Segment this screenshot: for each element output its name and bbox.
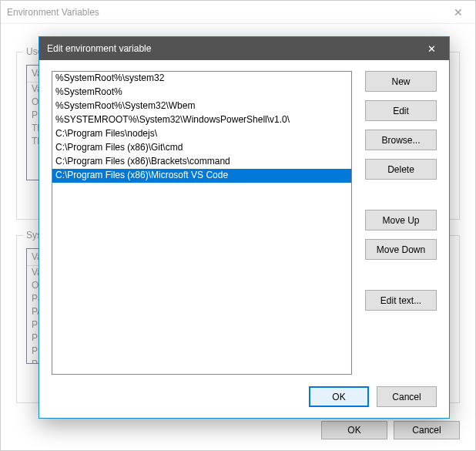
close-icon[interactable]: ✕ bbox=[441, 1, 475, 24]
path-item[interactable]: C:\Program Files (x86)\Microsoft VS Code bbox=[52, 169, 351, 183]
path-listbox[interactable]: %SystemRoot%\system32%SystemRoot%%System… bbox=[52, 71, 352, 375]
env-vars-dialog-buttons: OK Cancel bbox=[321, 421, 460, 439]
edit-env-var-title: Edit environment variable bbox=[47, 43, 414, 54]
path-item[interactable]: %SYSTEMROOT%\System32\WindowsPowerShell\… bbox=[52, 113, 351, 127]
move-down-button[interactable]: Move Down bbox=[365, 239, 437, 260]
side-buttons: New Edit Browse... Delete Move Up Move D… bbox=[365, 71, 437, 319]
env-vars-title: Environment Variables bbox=[7, 7, 441, 18]
env-vars-titlebar: Environment Variables ✕ bbox=[1, 1, 475, 24]
edit-env-var-actions: OK Cancel bbox=[309, 386, 437, 407]
delete-button[interactable]: Delete bbox=[365, 159, 437, 180]
edit-env-var-body: %SystemRoot%\system32%SystemRoot%%System… bbox=[39, 60, 449, 418]
path-item[interactable]: %SystemRoot% bbox=[52, 86, 351, 99]
spacer bbox=[365, 268, 437, 290]
move-up-button[interactable]: Move Up bbox=[365, 210, 437, 231]
spacer bbox=[365, 188, 437, 210]
cancel-button[interactable]: Cancel bbox=[394, 421, 460, 439]
close-icon[interactable]: ✕ bbox=[414, 37, 449, 60]
cancel-button[interactable]: Cancel bbox=[377, 386, 437, 407]
edit-env-var-dialog: Edit environment variable ✕ %SystemRoot%… bbox=[39, 36, 450, 419]
edit-env-var-titlebar: Edit environment variable ✕ bbox=[39, 37, 449, 60]
browse-button[interactable]: Browse... bbox=[365, 130, 437, 150]
path-item[interactable]: C:\Program Files (x86)\Git\cmd bbox=[52, 141, 351, 155]
path-item[interactable]: %SystemRoot%\system32 bbox=[52, 72, 351, 86]
path-item[interactable]: C:\Program Files (x86)\Brackets\command bbox=[52, 155, 351, 169]
path-item[interactable]: C:\Program Files\nodejs\ bbox=[52, 127, 351, 141]
new-button[interactable]: New bbox=[365, 71, 437, 92]
edit-button[interactable]: Edit bbox=[365, 100, 437, 121]
path-item[interactable]: %SystemRoot%\System32\Wbem bbox=[52, 99, 351, 113]
ok-button[interactable]: OK bbox=[321, 421, 387, 439]
ok-button[interactable]: OK bbox=[309, 386, 369, 407]
edit-text-button[interactable]: Edit text... bbox=[365, 290, 437, 311]
